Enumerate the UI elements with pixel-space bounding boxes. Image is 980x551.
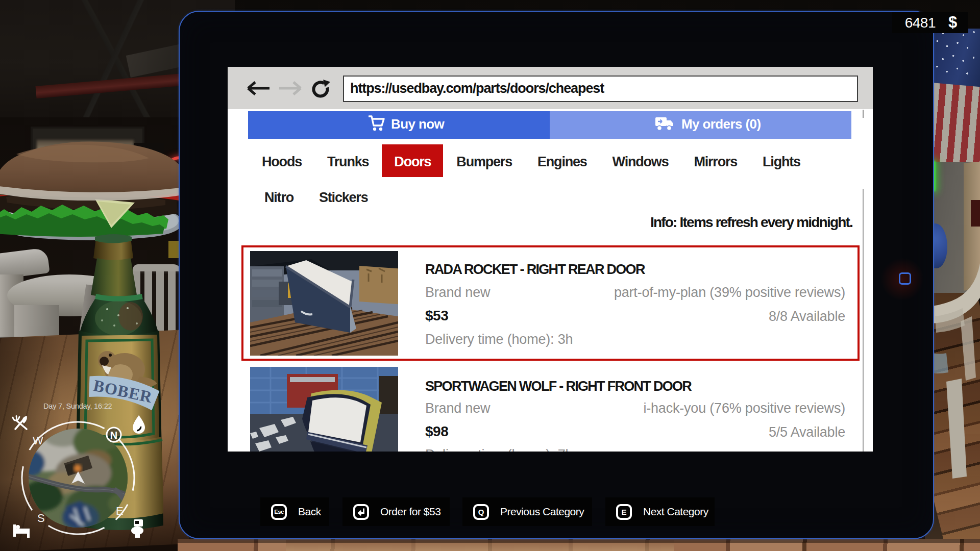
svg-text:W: W <box>33 434 43 447</box>
svg-text:E: E <box>116 505 124 517</box>
svg-text:N: N <box>110 430 117 441</box>
svg-text:S: S <box>37 512 45 524</box>
